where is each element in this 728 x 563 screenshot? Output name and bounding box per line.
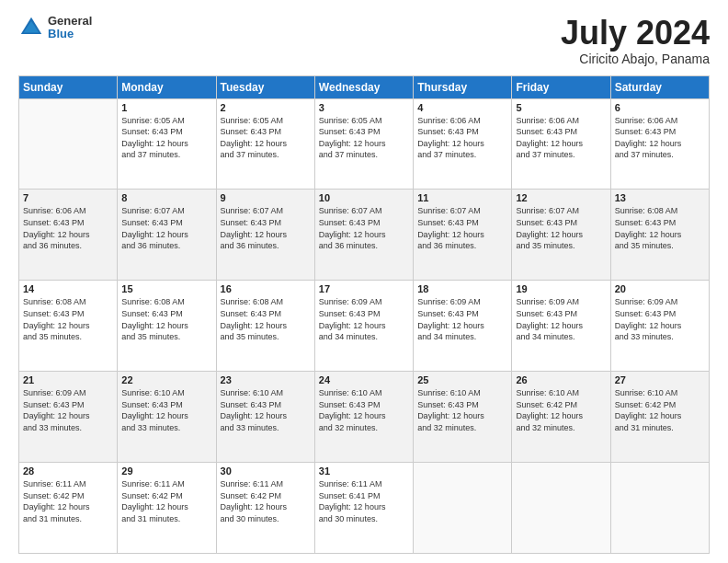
day-number: 7 bbox=[23, 192, 113, 203]
day-info: Sunrise: 6:08 AM Sunset: 6:43 PM Dayligh… bbox=[121, 296, 211, 342]
day-number: 28 bbox=[23, 465, 113, 477]
location-subtitle: Ciricito Abajo, Panama bbox=[561, 52, 710, 66]
page: General Blue July 2024 Ciricito Abajo, P… bbox=[0, 0, 728, 563]
day-number: 31 bbox=[319, 465, 409, 477]
calendar-cell: 9Sunrise: 6:07 AM Sunset: 6:43 PM Daylig… bbox=[216, 190, 314, 281]
day-info: Sunrise: 6:07 AM Sunset: 6:43 PM Dayligh… bbox=[516, 205, 606, 251]
day-info: Sunrise: 6:06 AM Sunset: 6:43 PM Dayligh… bbox=[23, 205, 113, 251]
calendar-table: SundayMondayTuesdayWednesdayThursdayFrid… bbox=[18, 75, 710, 554]
calendar-cell: 2Sunrise: 6:05 AM Sunset: 6:43 PM Daylig… bbox=[216, 98, 314, 190]
calendar-cell: 12Sunrise: 6:07 AM Sunset: 6:43 PM Dayli… bbox=[512, 190, 610, 281]
day-info: Sunrise: 6:07 AM Sunset: 6:43 PM Dayligh… bbox=[121, 205, 211, 251]
calendar-cell: 26Sunrise: 6:10 AM Sunset: 6:42 PM Dayli… bbox=[512, 372, 610, 463]
day-number: 27 bbox=[615, 374, 705, 385]
calendar-cell: 23Sunrise: 6:10 AM Sunset: 6:43 PM Dayli… bbox=[216, 372, 314, 463]
day-info: Sunrise: 6:07 AM Sunset: 6:43 PM Dayligh… bbox=[221, 205, 311, 251]
day-info: Sunrise: 6:09 AM Sunset: 6:43 PM Dayligh… bbox=[319, 296, 409, 342]
calendar-week-row: 21Sunrise: 6:09 AM Sunset: 6:43 PM Dayli… bbox=[19, 372, 710, 463]
col-header-tuesday: Tuesday bbox=[216, 75, 314, 98]
day-info: Sunrise: 6:06 AM Sunset: 6:43 PM Dayligh… bbox=[417, 115, 507, 161]
calendar-cell: 22Sunrise: 6:10 AM Sunset: 6:43 PM Dayli… bbox=[118, 372, 216, 463]
day-number: 23 bbox=[221, 374, 311, 385]
day-number: 26 bbox=[516, 374, 606, 385]
day-number: 24 bbox=[319, 374, 409, 385]
day-number: 12 bbox=[516, 192, 606, 203]
calendar-week-row: 14Sunrise: 6:08 AM Sunset: 6:43 PM Dayli… bbox=[19, 281, 710, 372]
day-info: Sunrise: 6:10 AM Sunset: 6:43 PM Dayligh… bbox=[417, 387, 507, 433]
day-number: 21 bbox=[23, 374, 113, 385]
calendar-cell: 24Sunrise: 6:10 AM Sunset: 6:43 PM Dayli… bbox=[314, 372, 413, 463]
day-number: 25 bbox=[417, 374, 507, 385]
day-number: 5 bbox=[516, 102, 606, 113]
calendar-week-row: 7Sunrise: 6:06 AM Sunset: 6:43 PM Daylig… bbox=[19, 190, 710, 281]
day-info: Sunrise: 6:05 AM Sunset: 6:43 PM Dayligh… bbox=[121, 115, 211, 161]
calendar-cell: 10Sunrise: 6:07 AM Sunset: 6:43 PM Dayli… bbox=[314, 190, 413, 281]
logo-blue-text: Blue bbox=[48, 28, 92, 40]
calendar-cell: 6Sunrise: 6:06 AM Sunset: 6:43 PM Daylig… bbox=[610, 98, 709, 190]
calendar-cell: 28Sunrise: 6:11 AM Sunset: 6:42 PM Dayli… bbox=[19, 463, 118, 554]
day-number: 11 bbox=[417, 192, 507, 203]
day-info: Sunrise: 6:09 AM Sunset: 6:43 PM Dayligh… bbox=[615, 296, 705, 342]
day-number: 3 bbox=[319, 102, 409, 113]
day-number: 18 bbox=[417, 283, 507, 294]
logo: General Blue bbox=[18, 15, 92, 41]
day-info: Sunrise: 6:06 AM Sunset: 6:43 PM Dayligh… bbox=[516, 115, 606, 161]
day-info: Sunrise: 6:07 AM Sunset: 6:43 PM Dayligh… bbox=[417, 205, 507, 251]
col-header-thursday: Thursday bbox=[414, 75, 512, 98]
day-info: Sunrise: 6:09 AM Sunset: 6:43 PM Dayligh… bbox=[23, 387, 113, 433]
day-number: 6 bbox=[615, 102, 705, 113]
col-header-monday: Monday bbox=[118, 75, 216, 98]
day-info: Sunrise: 6:11 AM Sunset: 6:42 PM Dayligh… bbox=[23, 478, 113, 524]
day-number: 16 bbox=[221, 283, 311, 294]
calendar-cell: 4Sunrise: 6:06 AM Sunset: 6:43 PM Daylig… bbox=[414, 98, 512, 190]
calendar-cell: 5Sunrise: 6:06 AM Sunset: 6:43 PM Daylig… bbox=[512, 98, 610, 190]
header: General Blue July 2024 Ciricito Abajo, P… bbox=[18, 15, 710, 66]
day-info: Sunrise: 6:10 AM Sunset: 6:43 PM Dayligh… bbox=[221, 387, 311, 433]
calendar-week-row: 1Sunrise: 6:05 AM Sunset: 6:43 PM Daylig… bbox=[19, 98, 710, 190]
calendar-cell: 13Sunrise: 6:08 AM Sunset: 6:43 PM Dayli… bbox=[610, 190, 709, 281]
day-info: Sunrise: 6:07 AM Sunset: 6:43 PM Dayligh… bbox=[319, 205, 409, 251]
col-header-saturday: Saturday bbox=[610, 75, 709, 98]
calendar-cell: 18Sunrise: 6:09 AM Sunset: 6:43 PM Dayli… bbox=[414, 281, 512, 372]
calendar-cell: 17Sunrise: 6:09 AM Sunset: 6:43 PM Dayli… bbox=[314, 281, 413, 372]
col-header-sunday: Sunday bbox=[19, 75, 118, 98]
calendar-cell: 14Sunrise: 6:08 AM Sunset: 6:43 PM Dayli… bbox=[19, 281, 118, 372]
calendar-cell: 7Sunrise: 6:06 AM Sunset: 6:43 PM Daylig… bbox=[19, 190, 118, 281]
col-header-friday: Friday bbox=[512, 75, 610, 98]
calendar-cell bbox=[512, 463, 610, 554]
calendar-cell: 27Sunrise: 6:10 AM Sunset: 6:42 PM Dayli… bbox=[610, 372, 709, 463]
calendar-cell: 21Sunrise: 6:09 AM Sunset: 6:43 PM Dayli… bbox=[19, 372, 118, 463]
day-number: 1 bbox=[121, 102, 211, 113]
day-number: 20 bbox=[615, 283, 705, 294]
calendar-week-row: 28Sunrise: 6:11 AM Sunset: 6:42 PM Dayli… bbox=[19, 463, 710, 554]
day-number: 8 bbox=[121, 192, 211, 203]
day-info: Sunrise: 6:08 AM Sunset: 6:43 PM Dayligh… bbox=[221, 296, 311, 342]
title-block: July 2024 Ciricito Abajo, Panama bbox=[561, 15, 710, 66]
calendar-cell: 8Sunrise: 6:07 AM Sunset: 6:43 PM Daylig… bbox=[118, 190, 216, 281]
day-number: 30 bbox=[221, 465, 311, 477]
day-number: 17 bbox=[319, 283, 409, 294]
calendar-cell bbox=[414, 463, 512, 554]
logo-icon bbox=[18, 15, 44, 40]
day-number: 22 bbox=[121, 374, 211, 385]
day-info: Sunrise: 6:05 AM Sunset: 6:43 PM Dayligh… bbox=[221, 115, 311, 161]
day-number: 10 bbox=[319, 192, 409, 203]
day-info: Sunrise: 6:08 AM Sunset: 6:43 PM Dayligh… bbox=[23, 296, 113, 342]
calendar-cell bbox=[19, 98, 118, 190]
day-info: Sunrise: 6:11 AM Sunset: 6:42 PM Dayligh… bbox=[121, 478, 211, 524]
day-info: Sunrise: 6:11 AM Sunset: 6:42 PM Dayligh… bbox=[221, 478, 311, 524]
month-title: July 2024 bbox=[561, 15, 710, 52]
day-info: Sunrise: 6:10 AM Sunset: 6:43 PM Dayligh… bbox=[319, 387, 409, 433]
day-number: 13 bbox=[615, 192, 705, 203]
col-header-wednesday: Wednesday bbox=[314, 75, 413, 98]
day-info: Sunrise: 6:08 AM Sunset: 6:43 PM Dayligh… bbox=[615, 205, 705, 251]
day-number: 14 bbox=[23, 283, 113, 294]
day-number: 29 bbox=[121, 465, 211, 477]
day-info: Sunrise: 6:10 AM Sunset: 6:42 PM Dayligh… bbox=[516, 387, 606, 433]
day-info: Sunrise: 6:05 AM Sunset: 6:43 PM Dayligh… bbox=[319, 115, 409, 161]
calendar-header-row: SundayMondayTuesdayWednesdayThursdayFrid… bbox=[19, 75, 710, 98]
calendar-cell: 31Sunrise: 6:11 AM Sunset: 6:41 PM Dayli… bbox=[314, 463, 413, 554]
day-number: 9 bbox=[221, 192, 311, 203]
calendar-cell bbox=[610, 463, 709, 554]
calendar-cell: 1Sunrise: 6:05 AM Sunset: 6:43 PM Daylig… bbox=[118, 98, 216, 190]
